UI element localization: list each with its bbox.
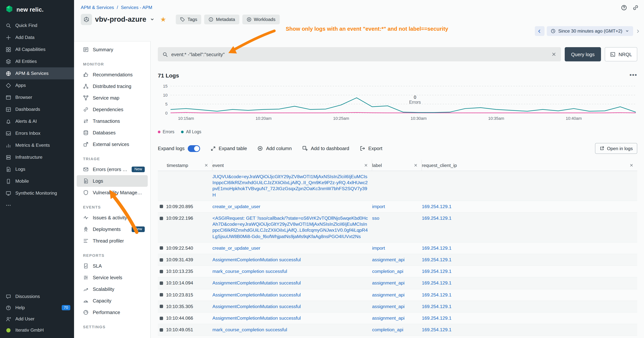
- metadata-chip[interactable]: Metadata: [204, 15, 239, 24]
- more-options-icon[interactable]: •••: [630, 73, 637, 77]
- entity-switcher-caret-icon[interactable]: [150, 17, 155, 22]
- sidebar-item-add-data[interactable]: Add Data: [0, 32, 74, 44]
- log-ip-link[interactable]: 169.254.129.1: [422, 269, 452, 274]
- log-query-input[interactable]: [171, 52, 548, 57]
- log-ip-link[interactable]: 169.254.129.1: [422, 292, 452, 297]
- sidebar-item-sla[interactable]: SLA: [77, 260, 148, 272]
- log-label-link[interactable]: assignment_api: [372, 280, 405, 286]
- log-label-link[interactable]: assignment_api: [372, 304, 405, 309]
- log-row[interactable]: 10:09:31.439AssignmentCompletionMutation…: [158, 254, 637, 266]
- sidebar-item-synthetic-monitoring[interactable]: Synthetic Monitoring: [0, 187, 74, 199]
- log-event-link[interactable]: JUQVU&code=eyJraWQiOiJjcGltY29yZV8wOTI1M…: [212, 174, 368, 197]
- toggle-switch-icon[interactable]: [188, 145, 200, 152]
- log-row[interactable]: 10:10:23.815AssignmentCompletionMutation…: [158, 289, 637, 301]
- sidebar-item-capacity[interactable]: Capacity: [77, 295, 148, 306]
- row-marker-icon[interactable]: [160, 328, 163, 332]
- log-ip-link[interactable]: 169.254.129.1: [422, 245, 452, 251]
- sidebar-item-logs[interactable]: Logs: [0, 163, 74, 175]
- remove-label-column-icon[interactable]: [414, 163, 418, 167]
- sidebar-item-all-entities[interactable]: All Entities: [0, 55, 74, 67]
- log-event-link[interactable]: mark_course_completion successful: [212, 269, 287, 274]
- log-ip-link[interactable]: 169.254.129.1: [422, 304, 452, 309]
- sidebar-item-vulnerability-management[interactable]: Vulnerability Management: [77, 187, 148, 198]
- sidebar-item-metrics-events[interactable]: Metrics & Events: [0, 139, 74, 151]
- sidebar-item-discussions[interactable]: Discussions: [0, 291, 74, 302]
- log-ip-link[interactable]: 169.254.129.1: [422, 315, 452, 321]
- log-row[interactable]: 10:10:49.051mark_course_completion succe…: [158, 324, 637, 336]
- row-marker-icon[interactable]: [160, 217, 163, 220]
- sidebar-item-errors-inbox[interactable]: Errors Inbox: [0, 127, 74, 139]
- time-back-button[interactable]: [535, 26, 544, 36]
- open-in-logs-button[interactable]: Open in logs: [595, 143, 637, 154]
- help-icon[interactable]: [621, 5, 627, 11]
- remove-request-client-ip-column-icon[interactable]: [630, 163, 634, 167]
- log-row[interactable]: 10:10:35.305AssignmentCompletionMutation…: [158, 301, 637, 312]
- sidebar-item-all-capabilities[interactable]: All Capabilities: [0, 44, 74, 55]
- row-marker-icon[interactable]: [160, 270, 163, 273]
- time-forward-button[interactable]: [636, 29, 640, 34]
- favorite-star-icon[interactable]: ★: [160, 16, 166, 23]
- log-row[interactable]: 10:09:22.540create_or_update_userimport1…: [158, 242, 637, 254]
- sidebar-item-alerts-ai[interactable]: Alerts & AI: [0, 115, 74, 127]
- log-label-link[interactable]: import: [372, 245, 385, 251]
- sidebar-item-service-levels[interactable]: Service levels: [77, 272, 148, 283]
- sidebar-item-logs[interactable]: Logs: [77, 175, 148, 187]
- log-label-link[interactable]: completion_api: [372, 269, 403, 274]
- log-event-link[interactable]: mark_course_completion successful: [212, 327, 287, 332]
- workloads-chip[interactable]: Workloads: [242, 15, 280, 24]
- row-marker-icon[interactable]: [160, 246, 163, 250]
- remove-timestamp-column-icon[interactable]: [204, 163, 208, 167]
- log-label-link[interactable]: assignment_api: [372, 315, 405, 321]
- add-column-button[interactable]: Add column: [258, 146, 292, 151]
- sidebar-item-dashboards[interactable]: Dashboards: [0, 103, 74, 115]
- legend-errors[interactable]: Errors: [158, 130, 174, 134]
- log-row[interactable]: 10:10:14.094AssignmentCompletionMutation…: [158, 277, 637, 289]
- sidebar-item-mobile[interactable]: Mobile: [0, 175, 74, 187]
- sidebar-item-service-map[interactable]: Service map: [77, 92, 148, 104]
- log-event-link[interactable]: create_or_update_user: [212, 245, 260, 251]
- log-label-link[interactable]: import: [372, 204, 385, 209]
- sidebar-item-apm-services[interactable]: APM & Services: [0, 67, 74, 79]
- sidebar-item-scalability[interactable]: Scalability: [77, 283, 148, 295]
- permalink-icon[interactable]: [632, 5, 639, 11]
- sidebar-item-infrastructure[interactable]: Infrastructure: [0, 151, 74, 163]
- row-marker-icon[interactable]: [160, 281, 163, 285]
- time-picker[interactable]: Since 30 minutes ago (GMT+2): [547, 26, 633, 36]
- log-event-link[interactable]: AssignmentCompletionMutation successful: [212, 280, 301, 286]
- log-row[interactable]: 10:10:13.235mark_course_completion succe…: [158, 266, 637, 277]
- sidebar-item-transactions[interactable]: Transactions: [77, 115, 148, 127]
- sidebar-item-dependencies[interactable]: Dependencies: [77, 104, 148, 115]
- sidebar-item-summary[interactable]: Summary: [77, 44, 148, 55]
- log-label-link[interactable]: assignment_api: [372, 257, 405, 262]
- row-marker-icon[interactable]: [160, 316, 163, 320]
- row-marker-icon[interactable]: [160, 305, 163, 308]
- sidebar-item-quick-find[interactable]: Quick Find: [0, 20, 74, 32]
- sidebar-item-more[interactable]: [0, 199, 74, 211]
- log-ip-link[interactable]: 169.254.129.1: [422, 327, 452, 332]
- log-row[interactable]: 10:11:00.311AssignmentCompletionMutation…: [158, 336, 637, 338]
- log-event-link[interactable]: AssignmentCompletionMutation successful: [212, 292, 301, 297]
- add-to-dashboard-button[interactable]: Add to dashboard: [302, 146, 349, 151]
- remove-event-column-icon[interactable]: [364, 163, 368, 167]
- row-marker-icon[interactable]: [160, 205, 163, 208]
- sidebar-item-deployments[interactable]: DeploymentsNew: [77, 223, 148, 235]
- log-ip-link[interactable]: 169.254.129.1: [422, 280, 452, 286]
- sidebar-item-help[interactable]: Help70: [0, 302, 74, 313]
- sidebar-item-external-services[interactable]: External services: [77, 139, 148, 150]
- log-event-link[interactable]: AssignmentCompletionMutation successful: [212, 315, 301, 321]
- sidebar-item-iterativ-gmbh[interactable]: Iterativ GmbH: [0, 324, 74, 336]
- sidebar-item-distributed-tracing[interactable]: Distributed tracing: [77, 81, 148, 92]
- log-label-link[interactable]: completion_api: [372, 327, 403, 332]
- sidebar-item-browser[interactable]: Browser: [0, 91, 74, 103]
- log-ip-link[interactable]: 169.254.129.1: [422, 204, 452, 209]
- brand[interactable]: new relic.: [0, 0, 74, 20]
- log-event-link[interactable]: create_or_update_user: [212, 204, 260, 209]
- log-label-link[interactable]: assignment_api: [372, 292, 405, 297]
- log-event-link[interactable]: <ASGIRequest: GET '/sso/callback/?state=…: [212, 216, 368, 239]
- sidebar-item-performance[interactable]: Performance: [77, 306, 148, 318]
- row-marker-icon[interactable]: [160, 258, 163, 261]
- log-row[interactable]: JUQVU&code=eyJraWQiOiJjcGltY29yZV8wOTI1M…: [158, 171, 637, 201]
- log-event-link[interactable]: AssignmentCompletionMutation successful: [212, 304, 301, 309]
- log-ip-link[interactable]: 169.254.129.1: [422, 257, 452, 262]
- sidebar-item-recommendations[interactable]: Recommendations: [77, 69, 148, 81]
